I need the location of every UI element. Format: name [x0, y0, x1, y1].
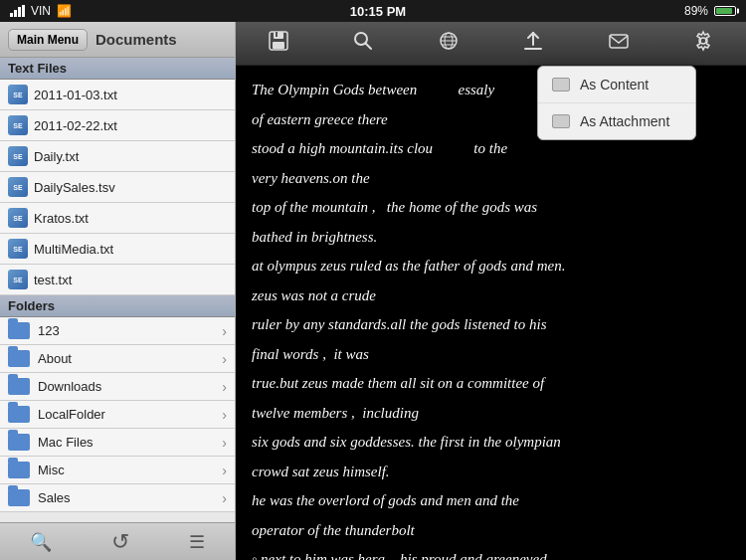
chevron-right-icon: › — [222, 490, 227, 506]
file-name: MultiMedia.txt — [34, 242, 113, 257]
folders-header: Folders — [0, 295, 235, 317]
settings-icon[interactable] — [684, 26, 722, 61]
chevron-right-icon: › — [222, 435, 227, 451]
text-line: six gods and six goddesses. the first in… — [252, 430, 730, 456]
list-item[interactable]: Misc › — [0, 457, 235, 484]
signal-icon — [10, 5, 25, 17]
folder-name: 123 — [38, 323, 214, 338]
svg-rect-2 — [273, 42, 284, 49]
globe-icon[interactable] — [430, 26, 467, 61]
folder-icon — [8, 434, 30, 451]
list-item[interactable]: About › — [0, 345, 235, 373]
as-content-option[interactable]: As Content — [538, 67, 695, 103]
file-icon — [8, 208, 28, 228]
battery-percent: 89% — [684, 4, 708, 18]
file-icon — [8, 85, 28, 104]
status-bar: VIN 📶 10:15 PM 89% — [0, 0, 746, 22]
list-item[interactable]: Downloads › — [0, 373, 235, 401]
svg-rect-1 — [274, 32, 283, 39]
list-item[interactable]: 123 › — [0, 317, 235, 345]
time-display: 10:15 PM — [350, 4, 406, 19]
folder-icon — [8, 489, 30, 506]
as-attachment-label: As Attachment — [580, 113, 669, 129]
status-left: VIN 📶 — [10, 4, 72, 18]
list-item[interactable]: 2011-02-22.txt — [0, 110, 235, 141]
chevron-right-icon: › — [222, 323, 227, 339]
file-icon — [8, 146, 28, 166]
list-item[interactable]: Daily.txt — [0, 141, 235, 172]
mail-icon[interactable] — [600, 26, 638, 61]
file-name: 2011-01-03.txt — [34, 88, 117, 102]
wifi-icon: 📶 — [57, 4, 72, 18]
main-menu-button[interactable]: Main Menu — [8, 29, 88, 51]
attachment-icon — [552, 114, 570, 128]
chevron-right-icon: › — [222, 463, 227, 478]
content-area: As Content As Attachment The Olympin God… — [236, 22, 746, 560]
search-toolbar-icon[interactable] — [344, 26, 382, 61]
svg-rect-3 — [276, 32, 278, 37]
text-line: ruler by any standards.all the gods list… — [252, 312, 730, 338]
file-name: DailySales.tsv — [34, 180, 115, 195]
battery-icon — [714, 6, 736, 16]
text-line: very heavens.on the — [252, 166, 730, 192]
status-right: 89% — [684, 4, 736, 18]
sidebar-title: Documents — [95, 31, 177, 48]
list-item[interactable]: LocalFolder › — [0, 401, 235, 429]
svg-line-5 — [366, 44, 372, 50]
as-attachment-option[interactable]: As Attachment — [538, 103, 695, 139]
list-footer-icon[interactable]: ☰ — [189, 531, 205, 553]
text-line: he was the overlord of gods and men and … — [252, 488, 730, 514]
list-item[interactable]: Mac Files › — [0, 429, 235, 457]
folder-name: Misc — [38, 463, 214, 477]
file-name: 2011-02-22.txt — [34, 118, 117, 133]
sidebar-header: Main Menu Documents — [0, 22, 235, 58]
text-line: top of the mountain , the home of the go… — [252, 195, 730, 221]
file-name: Daily.txt — [34, 149, 79, 164]
text-line: crowd sat zeus himself. — [252, 460, 730, 485]
search-footer-icon[interactable]: 🔍 — [30, 531, 52, 553]
folder-icon — [8, 350, 30, 367]
svg-rect-12 — [610, 35, 628, 48]
folder-name: Sales — [38, 490, 214, 505]
chevron-right-icon: › — [222, 379, 227, 395]
list-item[interactable]: DailySales.tsv — [0, 172, 235, 203]
text-line: at olympus zeus ruled as the father of g… — [252, 254, 730, 280]
chevron-right-icon: › — [222, 351, 227, 367]
folder-name: LocalFolder — [38, 407, 214, 422]
folder-icon — [8, 462, 30, 478]
list-item[interactable]: test.txt — [0, 265, 235, 295]
text-line: final words , it was — [252, 342, 730, 368]
file-name: Kratos.txt — [34, 211, 89, 226]
folder-icon — [8, 322, 30, 339]
folder-name: About — [38, 351, 214, 366]
chevron-right-icon: › — [222, 407, 227, 423]
text-line: zeus was not a crude — [252, 283, 730, 309]
toolbar — [236, 22, 746, 66]
list-item[interactable]: Sales › — [0, 484, 235, 512]
file-icon — [8, 177, 28, 197]
text-line: bathed in brightness. — [252, 225, 730, 251]
file-icon — [8, 239, 28, 259]
file-name: test.txt — [34, 273, 72, 287]
save-icon[interactable] — [260, 26, 297, 61]
text-line: twelve members , including — [252, 401, 730, 427]
refresh-footer-icon[interactable]: ↺ — [111, 529, 129, 555]
sidebar: Main Menu Documents Text Files 2011-01-0… — [0, 22, 236, 560]
text-line: ◦ next to him was hera , his proud and g… — [252, 547, 730, 560]
file-icon — [8, 115, 28, 135]
folder-icon — [8, 406, 30, 423]
list-item[interactable]: MultiMedia.txt — [0, 234, 235, 265]
content-icon — [552, 78, 570, 92]
file-icon — [8, 270, 28, 289]
svg-point-13 — [700, 38, 706, 44]
folder-icon — [8, 378, 30, 395]
carrier-label: VIN — [31, 4, 51, 18]
list-item[interactable]: Kratos.txt — [0, 203, 235, 234]
text-line: true.but zeus made them all sit on a com… — [252, 371, 730, 397]
main-area: Main Menu Documents Text Files 2011-01-0… — [0, 22, 746, 560]
list-item[interactable]: 2011-01-03.txt — [0, 80, 235, 110]
sidebar-footer: 🔍 ↺ ☰ — [0, 522, 235, 560]
text-line: operator of the thunderbolt — [252, 518, 730, 544]
upload-icon[interactable] — [514, 26, 552, 61]
folder-name: Mac Files — [38, 435, 214, 450]
